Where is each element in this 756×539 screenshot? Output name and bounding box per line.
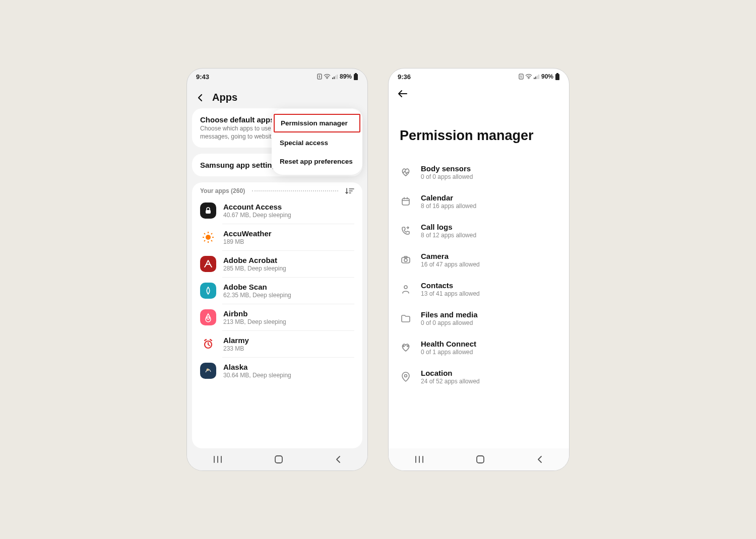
permission-subtitle: 8 of 12 apps allowed — [421, 232, 476, 239]
app-row[interactable]: Adobe Acrobat285 MB, Deep sleeping — [192, 251, 362, 277]
permission-name: Calendar — [421, 193, 476, 202]
back-button[interactable] — [398, 90, 408, 100]
menu-special-access[interactable]: Special access — [272, 133, 362, 152]
permission-text: Location24 of 52 apps allowed — [421, 369, 480, 385]
folder-icon — [400, 314, 412, 322]
svg-rect-2 — [332, 78, 333, 79]
svg-rect-41 — [477, 456, 484, 463]
divider-dots — [252, 190, 338, 191]
permission-row[interactable]: Calendar8 of 16 apps allowed — [389, 187, 569, 216]
svg-line-14 — [204, 233, 205, 234]
permission-row[interactable]: Health Connect0 of 1 apps allowed — [389, 333, 569, 362]
permission-name: Contacts — [421, 281, 480, 290]
app-name: AccuWeather — [223, 229, 272, 238]
permission-row[interactable]: Files and media0 of 0 apps allowed — [389, 304, 569, 333]
page-title: Permission manager — [389, 105, 569, 158]
nav-home-button[interactable] — [476, 455, 485, 464]
app-icon — [200, 336, 216, 352]
svg-point-35 — [404, 259, 407, 262]
nav-bar — [389, 448, 569, 470]
sort-button[interactable] — [345, 187, 354, 194]
menu-permission-manager[interactable]: Permission manager — [274, 114, 360, 132]
menu-reset-app-preferences[interactable]: Reset app preferences — [272, 152, 362, 171]
overflow-menu: Permission manager Special access Reset … — [272, 109, 362, 175]
svg-point-20 — [207, 369, 209, 371]
app-subtitle: 233 MB — [223, 345, 249, 352]
svg-line-17 — [211, 233, 212, 234]
app-row[interactable]: Adobe Scan62.35 MB, Deep sleeping — [192, 278, 362, 304]
svg-rect-24 — [534, 78, 535, 79]
svg-rect-8 — [206, 210, 211, 214]
permission-row[interactable]: Body sensors0 of 0 apps allowed — [389, 158, 569, 187]
svg-rect-25 — [535, 77, 536, 79]
app-row[interactable]: Airbnb213 MB, Deep sleeping — [192, 304, 362, 330]
permission-row[interactable]: Location24 of 52 apps allowed — [389, 362, 569, 391]
svg-rect-21 — [275, 456, 282, 463]
nav-home-button[interactable] — [274, 455, 283, 464]
permission-name: Call logs — [421, 223, 476, 231]
permission-list: Body sensors0 of 0 apps allowedCalendar8… — [389, 158, 569, 448]
app-subtitle: 189 MB — [223, 238, 272, 245]
svg-line-16 — [204, 240, 205, 241]
permission-row[interactable]: Camera16 of 47 apps allowed — [389, 245, 569, 275]
svg-point-39 — [407, 346, 409, 347]
permission-row[interactable]: Call logs8 of 12 apps allowed — [389, 216, 569, 245]
permission-subtitle: 0 of 0 apps allowed — [421, 173, 473, 180]
svg-rect-3 — [334, 77, 335, 79]
app-name: Adobe Scan — [223, 283, 291, 291]
app-icon — [200, 309, 216, 325]
status-bar: 9:36 90% — [389, 69, 569, 85]
battery-saver-icon — [317, 74, 322, 80]
app-text: AccuWeather189 MB — [223, 229, 272, 245]
wifi-icon — [324, 74, 331, 79]
permission-row[interactable]: Contacts13 of 41 apps allowed — [389, 275, 569, 304]
app-icon — [200, 256, 216, 272]
page-title: Apps — [212, 92, 237, 103]
app-subtitle: 213 MB, Deep sleeping — [223, 318, 286, 325]
svg-point-40 — [405, 375, 407, 377]
header — [389, 85, 569, 105]
app-name: Airbnb — [223, 309, 286, 318]
svg-point-9 — [206, 235, 211, 240]
permission-subtitle: 13 of 41 apps allowed — [421, 290, 480, 297]
svg-point-37 — [404, 286, 407, 289]
phone-permission-manager-screen: 9:36 90% Permission manager Body sensors… — [388, 68, 570, 471]
svg-point-38 — [403, 346, 405, 347]
status-time: 9:43 — [196, 73, 209, 81]
permission-text: Files and media0 of 0 apps allowed — [421, 310, 478, 326]
svg-rect-27 — [538, 75, 539, 79]
app-subtitle: 285 MB, Deep sleeping — [223, 265, 286, 272]
app-icon — [200, 203, 216, 219]
permission-text: Camera16 of 47 apps allowed — [421, 252, 480, 268]
battery-percent: 90% — [541, 73, 553, 80]
app-name: Alarmy — [223, 336, 249, 345]
back-button[interactable] — [196, 93, 205, 102]
app-subtitle: 30.64 MB, Deep sleeping — [223, 372, 291, 379]
app-row[interactable]: AccuWeather189 MB — [192, 224, 362, 250]
nav-recents-button[interactable] — [213, 455, 223, 463]
status-bar: 9:43 89% — [187, 69, 367, 85]
signal-icon — [534, 74, 540, 79]
nav-back-button[interactable] — [536, 455, 543, 463]
your-apps-card: Your apps (260) Account Access40.67 MB, … — [192, 182, 362, 448]
app-row[interactable]: Account Access40.67 MB, Deep sleeping — [192, 197, 362, 224]
app-text: Adobe Acrobat285 MB, Deep sleeping — [223, 256, 286, 272]
app-row[interactable]: Alaska30.64 MB, Deep sleeping — [192, 358, 362, 384]
svg-rect-29 — [555, 74, 559, 80]
app-text: Account Access40.67 MB, Deep sleeping — [223, 203, 291, 219]
battery-saver-icon — [519, 74, 524, 80]
app-subtitle: 62.35 MB, Deep sleeping — [223, 292, 291, 299]
svg-rect-4 — [335, 76, 336, 79]
nav-recents-button[interactable] — [414, 455, 424, 463]
app-row[interactable]: Alarmy233 MB — [192, 331, 362, 357]
nav-back-button[interactable] — [335, 455, 342, 463]
app-subtitle: 40.67 MB, Deep sleeping — [223, 212, 291, 219]
svg-rect-7 — [354, 74, 358, 80]
location-icon — [400, 372, 412, 382]
battery-percent: 89% — [340, 73, 352, 80]
heart-icon — [400, 168, 412, 177]
your-apps-header: Your apps (260) — [192, 187, 362, 197]
svg-rect-28 — [556, 73, 558, 74]
permission-subtitle: 16 of 47 apps allowed — [421, 261, 480, 268]
nav-bar — [187, 448, 367, 470]
